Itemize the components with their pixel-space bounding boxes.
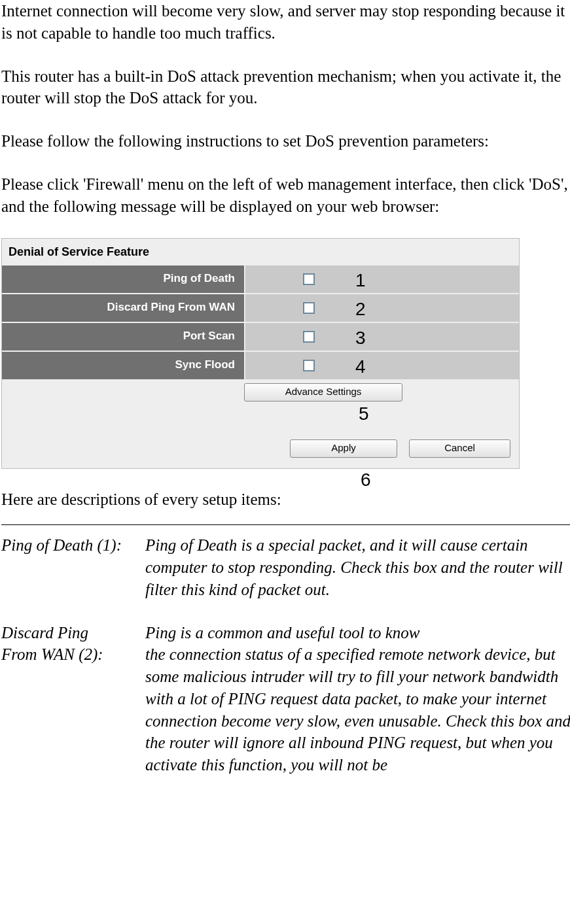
panel-title: Denial of Service Feature (2, 239, 519, 265)
intro-paragraph-3: Please follow the following instructions… (1, 130, 570, 152)
intro-paragraph-2: This router has a built-in DoS attack pr… (1, 65, 570, 110)
label-discard-ping-wan: Discard Ping From WAN (2, 294, 244, 322)
checkbox-discard-ping-wan[interactable] (303, 302, 315, 314)
desc-label-2-line1: Discard Ping (1, 624, 88, 642)
callout-3: 3 (355, 326, 366, 351)
desc-label-2-line2: From WAN (2): (1, 645, 103, 663)
desc-label-1: Ping of Death (1): (1, 534, 145, 600)
label-ping-of-death: Ping of Death (2, 265, 244, 293)
desc-text-1: Ping of Death is a special packet, and i… (145, 534, 570, 600)
callout-5: 5 (359, 402, 369, 426)
label-sync-flood: Sync Flood (2, 352, 244, 379)
callout-2: 2 (355, 297, 366, 322)
checkbox-sync-flood[interactable] (303, 360, 315, 371)
value-cell (245, 265, 519, 293)
callout-6: 6 (361, 468, 371, 492)
checkbox-ping-of-death[interactable] (303, 273, 315, 285)
advance-settings-button[interactable]: Advance Settings (244, 383, 402, 402)
advance-row: Advance Settings (2, 383, 519, 402)
desc-discard-ping: Discard Ping From WAN (2): Ping is a com… (1, 622, 570, 776)
intro-paragraph-1: Internet connection will become very slo… (1, 0, 570, 44)
value-cell (245, 323, 519, 351)
intro-paragraph-4: Please click 'Firewall' menu on the left… (1, 173, 570, 218)
checkbox-port-scan[interactable] (303, 331, 315, 343)
apply-button[interactable]: Apply (290, 439, 397, 458)
label-port-scan: Port Scan (2, 323, 244, 351)
desc-label-2: Discard Ping From WAN (2): (1, 622, 145, 776)
descriptions-intro: Here are descriptions of every setup ite… (1, 488, 570, 511)
desc-text-2-rest: the connection status of a specified rem… (145, 645, 570, 774)
row-discard-ping-wan: Discard Ping From WAN 2 (2, 294, 519, 322)
row-port-scan: Port Scan 3 (2, 323, 519, 351)
row-ping-of-death: Ping of Death 1 (2, 265, 519, 293)
desc-text-2: Ping is a common and useful tool to know… (145, 622, 570, 776)
callout-1: 1 (355, 268, 366, 293)
item-descriptions: Ping of Death (1): Ping of Death is a sp… (1, 524, 570, 776)
callout-4: 4 (355, 354, 366, 379)
row-sync-flood: Sync Flood 4 (2, 352, 519, 379)
cancel-button[interactable]: Cancel (409, 439, 510, 458)
desc-text-2-line1: Ping is a common and useful tool to know (145, 624, 419, 642)
value-cell (245, 352, 519, 379)
apply-cancel-row: Apply Cancel (2, 439, 519, 458)
desc-ping-of-death: Ping of Death (1): Ping of Death is a sp… (1, 534, 570, 600)
dos-feature-panel: Denial of Service Feature Ping of Death … (1, 238, 520, 468)
value-cell (245, 294, 519, 322)
